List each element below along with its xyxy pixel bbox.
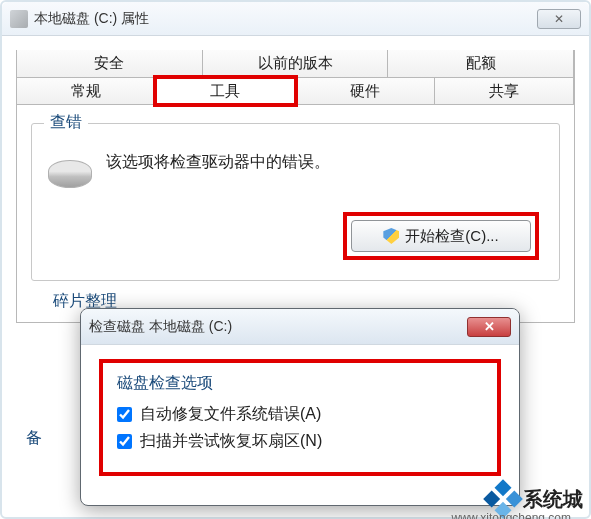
close-icon[interactable]: ✕ [537,9,581,29]
start-check-label: 开始检查(C)... [405,227,498,246]
dialog-title: 检查磁盘 本地磁盘 (C:) [89,318,467,336]
tab-previous-versions[interactable]: 以前的版本 [202,50,389,78]
disc-icon [48,160,92,188]
tab-security[interactable]: 安全 [16,50,203,78]
dialog-body: 磁盘检查选项 自动修复文件系统错误(A) 扫描并尝试恢复坏扇区(N) [81,345,519,490]
checkbox-auto-fix-input[interactable] [117,407,132,422]
checkbox-scan-recover[interactable]: 扫描并尝试恢复坏扇区(N) [117,431,483,452]
window-title: 本地磁盘 (C:) 属性 [34,10,537,28]
error-checking-group: 查错 该选项将检查驱动器中的错误。 开始检查(C)... [31,123,560,281]
drive-icon [10,10,28,28]
titlebar[interactable]: 本地磁盘 (C:) 属性 ✕ [2,2,589,36]
check-disk-dialog: 检查磁盘 本地磁盘 (C:) ✕ 磁盘检查选项 自动修复文件系统错误(A) 扫描… [80,308,520,506]
checkbox-auto-fix-label: 自动修复文件系统错误(A) [140,404,321,425]
tools-panel: 查错 该选项将检查驱动器中的错误。 开始检查(C)... 碎片整理 [31,123,560,312]
watermark-brand: 系统城 [523,486,583,513]
checkbox-scan-recover-label: 扫描并尝试恢复坏扇区(N) [140,431,322,452]
watermark-url: www.xitongcheng.com [452,511,571,519]
dialog-close-icon[interactable]: ✕ [467,317,511,337]
options-highlight: 磁盘检查选项 自动修复文件系统错误(A) 扫描并尝试恢复坏扇区(N) [99,359,501,476]
highlight-box: 开始检查(C)... [343,212,539,260]
tab-sharing[interactable]: 共享 [434,77,574,105]
tab-tools[interactable]: 工具 [155,77,295,105]
checkbox-auto-fix[interactable]: 自动修复文件系统错误(A) [117,404,483,425]
group-label-check: 查错 [44,112,88,133]
tab-hardware[interactable]: 硬件 [295,77,435,105]
check-description: 该选项将检查驱动器中的错误。 [106,152,330,173]
watermark: 系统城 www.xitongcheng.com [489,485,583,513]
tab-general[interactable]: 常规 [16,77,156,105]
tab-container: 安全 以前的版本 配额 常规 工具 硬件 共享 查错 该选项将检查驱动器中的错误… [16,50,575,323]
truncated-label: 备 [26,428,42,449]
shield-icon [383,228,399,244]
checkbox-scan-recover-input[interactable] [117,434,132,449]
tab-quota[interactable]: 配额 [387,50,574,78]
start-check-button[interactable]: 开始检查(C)... [351,220,531,252]
dialog-titlebar[interactable]: 检查磁盘 本地磁盘 (C:) ✕ [81,309,519,345]
options-title: 磁盘检查选项 [117,373,483,394]
